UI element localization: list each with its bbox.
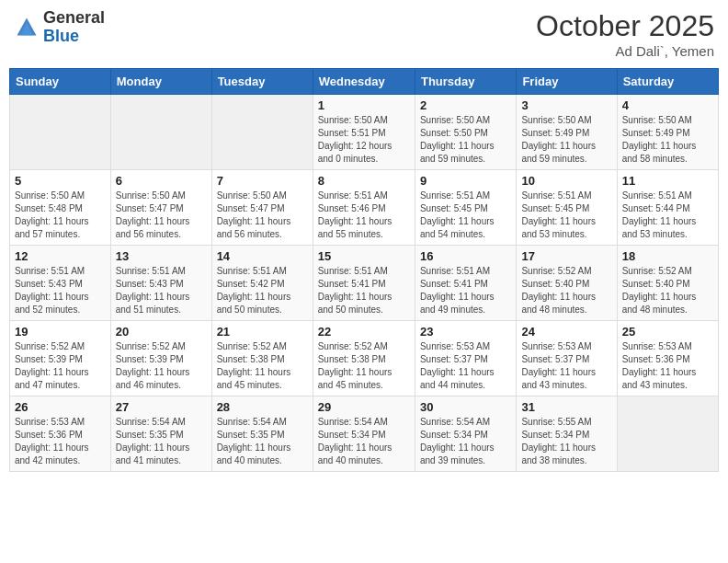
location-text: Ad Dali`, Yemen bbox=[536, 43, 714, 59]
day-info: Sunrise: 5:52 AM Sunset: 5:38 PM Dayligh… bbox=[217, 340, 308, 392]
weekday-header: Thursday bbox=[415, 69, 516, 95]
day-number: 14 bbox=[217, 249, 308, 263]
day-number: 9 bbox=[420, 174, 511, 188]
calendar-cell: 13Sunrise: 5:51 AM Sunset: 5:43 PM Dayli… bbox=[110, 246, 211, 321]
calendar-cell: 27Sunrise: 5:54 AM Sunset: 5:35 PM Dayli… bbox=[110, 396, 211, 472]
day-info: Sunrise: 5:54 AM Sunset: 5:35 PM Dayligh… bbox=[217, 416, 308, 467]
day-number: 4 bbox=[622, 98, 713, 112]
day-info: Sunrise: 5:53 AM Sunset: 5:37 PM Dayligh… bbox=[420, 340, 511, 392]
calendar-week-row: 26Sunrise: 5:53 AM Sunset: 5:36 PM Dayli… bbox=[10, 396, 719, 472]
calendar-cell: 19Sunrise: 5:52 AM Sunset: 5:39 PM Dayli… bbox=[10, 321, 111, 396]
calendar-week-row: 1Sunrise: 5:50 AM Sunset: 5:51 PM Daylig… bbox=[10, 95, 719, 170]
day-number: 25 bbox=[622, 325, 713, 339]
weekday-header: Tuesday bbox=[211, 69, 313, 95]
calendar-cell: 4Sunrise: 5:50 AM Sunset: 5:49 PM Daylig… bbox=[617, 95, 718, 170]
calendar-cell: 28Sunrise: 5:54 AM Sunset: 5:35 PM Dayli… bbox=[211, 396, 313, 472]
calendar-cell bbox=[617, 396, 718, 472]
calendar-cell: 26Sunrise: 5:53 AM Sunset: 5:36 PM Dayli… bbox=[10, 396, 111, 472]
day-number: 18 bbox=[622, 249, 713, 263]
calendar-cell: 10Sunrise: 5:51 AM Sunset: 5:45 PM Dayli… bbox=[517, 170, 617, 246]
calendar-cell: 15Sunrise: 5:51 AM Sunset: 5:41 PM Dayli… bbox=[313, 246, 415, 321]
day-number: 5 bbox=[15, 174, 106, 188]
day-info: Sunrise: 5:50 AM Sunset: 5:50 PM Dayligh… bbox=[420, 114, 511, 166]
calendar-cell: 21Sunrise: 5:52 AM Sunset: 5:38 PM Dayli… bbox=[211, 321, 313, 396]
day-info: Sunrise: 5:54 AM Sunset: 5:34 PM Dayligh… bbox=[420, 416, 511, 467]
day-number: 19 bbox=[15, 325, 106, 339]
day-number: 13 bbox=[116, 249, 207, 263]
day-info: Sunrise: 5:51 AM Sunset: 5:41 PM Dayligh… bbox=[420, 265, 511, 316]
month-title: October 2025 bbox=[536, 9, 714, 43]
calendar-cell: 11Sunrise: 5:51 AM Sunset: 5:44 PM Dayli… bbox=[617, 170, 718, 246]
calendar-cell: 12Sunrise: 5:51 AM Sunset: 5:43 PM Dayli… bbox=[10, 246, 111, 321]
weekday-header-row: SundayMondayTuesdayWednesdayThursdayFrid… bbox=[10, 69, 719, 95]
day-info: Sunrise: 5:52 AM Sunset: 5:39 PM Dayligh… bbox=[15, 340, 106, 392]
calendar-cell: 17Sunrise: 5:52 AM Sunset: 5:40 PM Dayli… bbox=[517, 246, 617, 321]
calendar-week-row: 5Sunrise: 5:50 AM Sunset: 5:48 PM Daylig… bbox=[10, 170, 719, 246]
calendar-cell: 3Sunrise: 5:50 AM Sunset: 5:49 PM Daylig… bbox=[517, 95, 617, 170]
day-info: Sunrise: 5:51 AM Sunset: 5:43 PM Dayligh… bbox=[15, 265, 106, 316]
calendar-cell: 14Sunrise: 5:51 AM Sunset: 5:42 PM Dayli… bbox=[211, 246, 313, 321]
day-number: 6 bbox=[116, 174, 207, 188]
day-number: 24 bbox=[521, 325, 611, 339]
day-number: 12 bbox=[15, 249, 106, 263]
day-number: 30 bbox=[420, 400, 511, 414]
day-number: 31 bbox=[521, 400, 611, 414]
day-number: 15 bbox=[318, 249, 410, 263]
calendar-cell bbox=[10, 95, 111, 170]
logo-general-text: General bbox=[43, 8, 105, 27]
calendar-cell bbox=[110, 95, 211, 170]
weekday-header: Wednesday bbox=[313, 69, 415, 95]
day-number: 27 bbox=[116, 400, 207, 414]
day-info: Sunrise: 5:51 AM Sunset: 5:43 PM Dayligh… bbox=[116, 265, 207, 316]
day-info: Sunrise: 5:51 AM Sunset: 5:44 PM Dayligh… bbox=[622, 190, 713, 241]
calendar-cell: 5Sunrise: 5:50 AM Sunset: 5:48 PM Daylig… bbox=[10, 170, 111, 246]
weekday-header: Saturday bbox=[617, 69, 718, 95]
day-info: Sunrise: 5:55 AM Sunset: 5:34 PM Dayligh… bbox=[521, 416, 611, 467]
day-number: 23 bbox=[420, 325, 511, 339]
day-info: Sunrise: 5:51 AM Sunset: 5:41 PM Dayligh… bbox=[318, 265, 410, 316]
day-number: 29 bbox=[318, 400, 410, 414]
day-info: Sunrise: 5:53 AM Sunset: 5:36 PM Dayligh… bbox=[15, 416, 106, 467]
day-info: Sunrise: 5:50 AM Sunset: 5:47 PM Dayligh… bbox=[217, 190, 308, 241]
day-info: Sunrise: 5:50 AM Sunset: 5:51 PM Dayligh… bbox=[318, 114, 410, 166]
day-info: Sunrise: 5:50 AM Sunset: 5:48 PM Dayligh… bbox=[15, 190, 106, 241]
calendar-cell: 20Sunrise: 5:52 AM Sunset: 5:39 PM Dayli… bbox=[110, 321, 211, 396]
calendar-cell: 29Sunrise: 5:54 AM Sunset: 5:34 PM Dayli… bbox=[313, 396, 415, 472]
day-number: 11 bbox=[622, 174, 713, 188]
day-number: 21 bbox=[217, 325, 308, 339]
day-number: 1 bbox=[318, 98, 410, 112]
calendar-cell: 30Sunrise: 5:54 AM Sunset: 5:34 PM Dayli… bbox=[415, 396, 516, 472]
day-number: 22 bbox=[318, 325, 410, 339]
day-number: 28 bbox=[217, 400, 308, 414]
calendar-cell: 7Sunrise: 5:50 AM Sunset: 5:47 PM Daylig… bbox=[211, 170, 313, 246]
day-number: 20 bbox=[116, 325, 207, 339]
logo: General Blue bbox=[14, 9, 105, 46]
day-number: 8 bbox=[318, 174, 410, 188]
day-info: Sunrise: 5:52 AM Sunset: 5:40 PM Dayligh… bbox=[622, 265, 713, 316]
calendar-cell: 2Sunrise: 5:50 AM Sunset: 5:50 PM Daylig… bbox=[415, 95, 516, 170]
day-info: Sunrise: 5:54 AM Sunset: 5:35 PM Dayligh… bbox=[116, 416, 207, 467]
weekday-header: Friday bbox=[517, 69, 617, 95]
logo-blue-text: Blue bbox=[43, 27, 79, 45]
calendar-cell bbox=[211, 95, 313, 170]
calendar-cell: 31Sunrise: 5:55 AM Sunset: 5:34 PM Dayli… bbox=[517, 396, 617, 472]
day-info: Sunrise: 5:53 AM Sunset: 5:36 PM Dayligh… bbox=[622, 340, 713, 392]
weekday-header: Monday bbox=[110, 69, 211, 95]
day-info: Sunrise: 5:50 AM Sunset: 5:49 PM Dayligh… bbox=[521, 114, 611, 166]
day-info: Sunrise: 5:51 AM Sunset: 5:42 PM Dayligh… bbox=[217, 265, 308, 316]
day-info: Sunrise: 5:50 AM Sunset: 5:47 PM Dayligh… bbox=[116, 190, 207, 241]
calendar-cell: 18Sunrise: 5:52 AM Sunset: 5:40 PM Dayli… bbox=[617, 246, 718, 321]
day-info: Sunrise: 5:52 AM Sunset: 5:38 PM Dayligh… bbox=[318, 340, 410, 392]
day-info: Sunrise: 5:51 AM Sunset: 5:45 PM Dayligh… bbox=[420, 190, 511, 241]
day-number: 7 bbox=[217, 174, 308, 188]
day-info: Sunrise: 5:54 AM Sunset: 5:34 PM Dayligh… bbox=[318, 416, 410, 467]
day-number: 16 bbox=[420, 249, 511, 263]
calendar-table: SundayMondayTuesdayWednesdayThursdayFrid… bbox=[9, 68, 719, 472]
calendar-cell: 9Sunrise: 5:51 AM Sunset: 5:45 PM Daylig… bbox=[415, 170, 516, 246]
day-number: 3 bbox=[521, 98, 611, 112]
day-number: 26 bbox=[15, 400, 106, 414]
day-number: 10 bbox=[521, 174, 611, 188]
calendar-cell: 6Sunrise: 5:50 AM Sunset: 5:47 PM Daylig… bbox=[110, 170, 211, 246]
day-info: Sunrise: 5:52 AM Sunset: 5:39 PM Dayligh… bbox=[116, 340, 207, 392]
logo-icon bbox=[14, 15, 40, 40]
